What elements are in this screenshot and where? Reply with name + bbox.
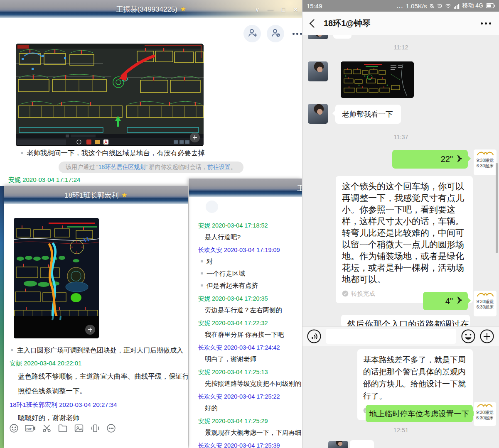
vip-star-icon: ★ — [121, 191, 127, 199]
convert-done-label: 转换完成 — [351, 288, 375, 299]
avatar-text-line1: 9:30睡觉 — [474, 158, 497, 163]
chat-message: 好的 — [205, 404, 302, 413]
more-attach-button[interactable] — [479, 329, 494, 344]
own-avatar-card[interactable]: 9:30睡觉 6:30起床 — [474, 402, 496, 426]
qq3-titlebar[interactable]: 王 — [189, 179, 302, 197]
notice-text: 该用户通过 “ — [66, 164, 98, 170]
received-text-bubble: 老师帮我看一下 — [335, 105, 401, 124]
battery-icon — [486, 3, 495, 8]
sender-timestamp: 长欢久安 2020-03-04 17:25:22 — [198, 393, 302, 401]
chat-message: 我在群里分屏 你再接一下吧 — [205, 330, 302, 339]
maximize-button[interactable]: □ — [282, 6, 285, 12]
qq-window-middle-chatlog: 王 安妮 2020-03-04 17:18:52 是人行道吧? 长欢久安 202… — [189, 179, 302, 448]
screen: 王振赫(349934225) ★ ∨ — □ × — [0, 0, 499, 448]
person-add-icon — [247, 28, 257, 39]
screenshot-scissors-button[interactable] — [42, 423, 52, 433]
sender-timestamp: 安妮 2020-03-04 20:22:01 — [10, 360, 188, 367]
network-speed: 1.05K/s — [406, 2, 427, 10]
chat-message: 先按照道路等级宽度把不同级别的 — [205, 379, 302, 388]
plus-icon — [88, 327, 93, 332]
profile-button[interactable] — [267, 25, 284, 42]
window-shake-button[interactable] — [90, 423, 101, 433]
transcript-text: 基本路线差不多了，就是下周的话把那个警官具体的景观内部的方块儿。给他设计一下就行… — [363, 354, 467, 402]
qq1-sender-timestamp: 安妮 2020-03-04 17:17:24 — [8, 176, 80, 184]
qq2-message-list: 主入口圆形广场可调到绿色团块处，正对大门后期做成入 安妮 2020-03-04 … — [4, 343, 188, 423]
image-zoom-plus-button[interactable] — [190, 132, 200, 142]
qq3-toolbar-button-partial[interactable] — [206, 201, 218, 213]
close-button[interactable]: × — [293, 5, 298, 13]
file-folder-button[interactable] — [57, 423, 68, 433]
qq1-titlebar[interactable]: 王振赫(349934225) ★ ∨ — □ × — [0, 0, 302, 18]
qq2-titlebar[interactable]: 18环1班长郭宏利 ★ — [4, 186, 188, 204]
sender-timestamp: 安妮 2020-03-04 17:20:35 — [198, 295, 302, 303]
image-zoom-plus-button[interactable] — [85, 325, 95, 335]
occluded-message-bubble: 然后你那个入口的道路都调过在 — [341, 315, 470, 327]
sent-voice-message[interactable]: 4" — [423, 292, 468, 310]
goto-settings-link[interactable]: 前往设置 — [207, 164, 231, 170]
scrollbar-thumb[interactable] — [496, 163, 498, 253]
chat-more-icon[interactable] — [481, 22, 491, 24]
more-actions-icon[interactable] — [293, 33, 302, 35]
chat-message: 一个行走区域 — [201, 269, 302, 278]
qq3-window-title-partial: 王 — [297, 184, 302, 193]
avatar-text-line1: 9:30睡觉 — [474, 410, 496, 415]
smiley-icon — [461, 329, 475, 343]
minimize-button[interactable]: — — [268, 6, 274, 12]
timestamp: 12:51 — [302, 427, 499, 433]
message-text: 老师帮我看一下 — [335, 105, 401, 124]
wechat-phone-panel: 15:49 … 1.05K/s 移动 4G 18环1@钟琴 11:12 — [302, 0, 499, 448]
clock-time: 15:49 — [307, 2, 322, 10]
voice-input-icon — [307, 329, 321, 343]
sender-timestamp: 安妮 2020-03-04 17:22:32 — [198, 319, 302, 327]
signal-bars-icon — [454, 3, 460, 9]
fold-window-button[interactable]: ∨ — [255, 6, 260, 12]
qq1-message: 老师我想问一下，我这个白线区域是地台，有没有必要去掉 — [21, 149, 205, 158]
wifi-icon — [445, 3, 451, 9]
svg-text:A: A — [105, 140, 108, 144]
own-avatar-card[interactable]: 9:30睡觉 6:30起床 — [474, 291, 497, 316]
chat-message: 嗯嗯好的，谢谢老师 — [18, 413, 188, 423]
gold-scroll-icon — [476, 403, 494, 408]
chat-message: 照橙色线条调整一下。 — [18, 386, 188, 396]
person-icon — [270, 28, 280, 39]
avatar-text-line2: 6:30起床 — [474, 163, 497, 169]
emoji-button[interactable] — [461, 329, 476, 344]
back-icon[interactable] — [310, 19, 318, 27]
avatar-partial — [328, 441, 348, 448]
group-name-link[interactable]: 18环艺居住区规划 — [98, 164, 146, 170]
emoji-button[interactable] — [9, 423, 19, 433]
desktop-wallpaper-strip — [0, 186, 4, 448]
cad-image-message[interactable] — [341, 61, 414, 98]
qq3-message-list: 安妮 2020-03-04 17:18:52 是人行道吧? 长欢久安 2020-… — [189, 197, 302, 448]
avatar-text-line2: 6:30起床 — [474, 304, 497, 310]
own-avatar-card[interactable]: 9:30睡觉 6:30起床 — [474, 149, 497, 175]
qq-window-wangzhenhe: 王振赫(349934225) ★ ∨ — □ × — [0, 0, 302, 186]
plus-circle-icon — [480, 329, 494, 343]
sent-voice-message[interactable]: 22" — [392, 150, 468, 169]
gif-button[interactable]: GIF — [25, 423, 36, 433]
cad-thumbnail-drawing — [341, 61, 414, 98]
notice-text-end: 。 — [231, 164, 236, 170]
check-circle-icon — [342, 290, 349, 297]
contact-avatar[interactable] — [308, 104, 328, 124]
input-area-divider — [4, 420, 188, 420]
message-input[interactable] — [326, 329, 456, 344]
wechat-inputbar — [302, 326, 499, 346]
more-tools-button[interactable] — [106, 423, 116, 433]
chat-message: 是人行道吧? — [205, 233, 302, 242]
contact-avatar[interactable] — [308, 61, 328, 81]
notice-text-mid: ” 群向你发起临时会话， — [145, 164, 207, 170]
vip-star-icon: ★ — [180, 5, 186, 13]
chat-message: 景观现在大概考虑一下，下周再细 — [205, 428, 302, 437]
add-friend-button[interactable] — [243, 25, 261, 42]
voice-input-button[interactable] — [307, 329, 322, 344]
send-image-button[interactable] — [74, 423, 84, 433]
message-text: 地上临时停车位考虑设置一下 — [366, 405, 473, 422]
message-bubble-partial — [350, 440, 374, 448]
site-plan-photo[interactable] — [14, 218, 99, 338]
sender-timestamp: 安妮 2020-03-04 17:25:13 — [198, 368, 302, 376]
voice-wave-icon — [455, 296, 463, 306]
temp-session-notice: 该用户通过 “18环艺居住区规划” 群向你发起临时会话，前往设置。 — [0, 162, 302, 173]
cad-plan-photo[interactable]: A — [16, 44, 204, 146]
timestamp: 11:37 — [302, 134, 499, 140]
